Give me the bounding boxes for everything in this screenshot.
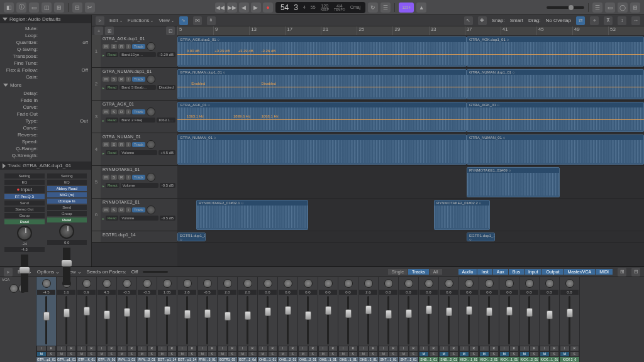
browser-button[interactable]: ⊞ bbox=[630, 3, 640, 13]
pan-knob[interactable] bbox=[384, 279, 393, 288]
input-button[interactable]: I bbox=[519, 346, 530, 351]
inspector-row[interactable]: Loop: bbox=[3, 32, 88, 39]
gain-value[interactable]: 2.0 bbox=[238, 290, 257, 295]
input-button[interactable]: I bbox=[459, 346, 469, 351]
play-button[interactable]: ▶ bbox=[251, 3, 261, 13]
channel-name[interactable]: EGT…p1_14 bbox=[177, 357, 197, 362]
gain-value[interactable]: 0.0 bbox=[500, 290, 518, 295]
solo-button[interactable]: S bbox=[87, 351, 97, 357]
view-menu[interactable]: View ⌄ bbox=[158, 18, 174, 23]
track-lane[interactable]: GTRA_AGK.dup1_01 ○GTRA_AGK.dup1_01 ○0.00… bbox=[177, 35, 644, 68]
pan-knob[interactable] bbox=[425, 279, 433, 288]
link-button[interactable]: ⇄ bbox=[576, 16, 585, 25]
cycle-button[interactable]: ↻ bbox=[368, 3, 378, 13]
flex-button[interactable]: ⋈ bbox=[193, 16, 202, 25]
track-i-button[interactable]: I bbox=[126, 109, 131, 114]
rec-button[interactable]: R bbox=[308, 346, 318, 351]
zoom-tool[interactable]: ⌖ bbox=[590, 16, 599, 25]
input-button[interactable]: I bbox=[379, 346, 389, 351]
mixer-channel[interactable]: 0.0 IR MS SNB…2_01 bbox=[439, 277, 459, 362]
input-button[interactable]: I bbox=[419, 346, 429, 351]
input-button[interactable]: I bbox=[177, 346, 187, 351]
automation-line[interactable] bbox=[177, 87, 644, 87]
channel-fader[interactable] bbox=[77, 295, 96, 346]
channel-fader[interactable] bbox=[338, 295, 358, 346]
gain-value[interactable]: 0.0 bbox=[379, 290, 397, 295]
track-header[interactable]: 5 RYNMOTAKE1_01 MSRI Track ▸ React Volum… bbox=[92, 166, 177, 199]
channel-name[interactable]: KICK 2_0 bbox=[560, 357, 579, 362]
track-inspector-header[interactable]: Track: GTRA_AGK.dup1_01 bbox=[0, 162, 91, 170]
mixer-channel[interactable]: 4.5 IR MS GTR…N_01 bbox=[97, 277, 117, 362]
track-header[interactable]: 2 GTRA_NUMAN.dup1_01 MSRI Track ▸ Read B… bbox=[92, 68, 177, 101]
channel-fader[interactable] bbox=[540, 295, 559, 346]
toolbar-button[interactable]: ▭ bbox=[29, 3, 39, 13]
solo-button[interactable]: S bbox=[288, 351, 298, 357]
mixer-channel[interactable]: -0.5 IR MS RYN…3_01 bbox=[197, 277, 218, 362]
mixer-channel[interactable]: 0.0 IR MS KICK…1_01 bbox=[540, 277, 560, 362]
pan-knob[interactable] bbox=[525, 279, 534, 288]
mixer-filter-inst[interactable]: Inst bbox=[477, 269, 492, 275]
automation-line[interactable] bbox=[177, 119, 644, 120]
automation-value[interactable]: 1063.1… bbox=[157, 118, 175, 123]
channel-fader[interactable] bbox=[318, 295, 338, 346]
global-tracks-button[interactable]: ⊡ bbox=[166, 26, 175, 35]
input-button[interactable]: I bbox=[298, 346, 308, 351]
channel-name[interactable]: OHS…1_01 bbox=[258, 357, 277, 362]
track-m-button[interactable]: M bbox=[103, 207, 109, 212]
input-button[interactable]: I bbox=[399, 346, 409, 351]
master-volume-slider[interactable] bbox=[547, 6, 584, 9]
more-disclosure[interactable]: More bbox=[3, 82, 88, 88]
track-mode[interactable]: Track bbox=[132, 109, 145, 114]
inspector-row[interactable]: Flex & Follow:Off bbox=[3, 67, 88, 74]
input-button[interactable]: I bbox=[318, 346, 328, 351]
inspector-button[interactable]: ⓘ bbox=[16, 3, 26, 13]
gain-value[interactable]: -0.5 bbox=[198, 290, 216, 295]
track-mode[interactable]: Track bbox=[132, 44, 145, 49]
rec-button[interactable]: R bbox=[369, 346, 379, 351]
mixer-channel[interactable]: -0.5 IR MS RYN…1_01 bbox=[117, 277, 137, 362]
track-lane[interactable]: EGTR1.dup1_14 ○EGTR1.dup1_14 ○ bbox=[177, 231, 644, 243]
functions-menu[interactable]: Functions ⌄ bbox=[128, 18, 154, 23]
channel-name[interactable]: OHS…2_01 bbox=[278, 357, 297, 362]
gain-value[interactable]: -0.5 bbox=[138, 290, 156, 295]
pan-knob[interactable] bbox=[42, 279, 51, 288]
automation-mode[interactable]: Read bbox=[106, 118, 118, 123]
pan-knob[interactable] bbox=[505, 279, 514, 288]
solo-button[interactable]: S bbox=[127, 351, 137, 357]
inspector-row[interactable]: Fade In bbox=[3, 97, 88, 104]
pan-knob[interactable] bbox=[223, 279, 232, 288]
track-header[interactable]: EGTR1.dup1_14 bbox=[92, 231, 177, 243]
library-button[interactable]: ◧ bbox=[4, 3, 14, 13]
gain-value[interactable]: 0.0 bbox=[339, 290, 357, 295]
sends-slider[interactable] bbox=[143, 271, 168, 273]
automation-param[interactable]: Volume bbox=[121, 183, 158, 188]
solo-button[interactable]: S bbox=[187, 351, 197, 357]
rec-button[interactable]: R bbox=[47, 346, 57, 351]
gain-value[interactable]: 0.0 bbox=[258, 290, 277, 295]
solo-button[interactable]: S bbox=[47, 351, 57, 357]
gain-value[interactable]: 0.0 bbox=[460, 290, 478, 295]
solo-button[interactable]: S bbox=[167, 351, 177, 357]
solo-button[interactable]: S bbox=[248, 351, 258, 357]
channel-fader[interactable] bbox=[177, 295, 197, 346]
pan-knob[interactable] bbox=[203, 279, 212, 288]
input-button[interactable]: I bbox=[439, 346, 449, 351]
gain-value[interactable]: 0.0 bbox=[480, 290, 498, 295]
solo-button[interactable]: S bbox=[550, 351, 560, 357]
channel-fader[interactable] bbox=[479, 295, 499, 346]
inspector-row[interactable]: Reverse: bbox=[3, 131, 88, 138]
mixer-filter-master/vca[interactable]: Master/VCA bbox=[564, 269, 595, 275]
smart-controls-button[interactable]: ◫ bbox=[42, 3, 52, 13]
volume-knob[interactable] bbox=[147, 140, 155, 149]
gain-value[interactable]: 0.0 bbox=[419, 290, 438, 295]
pan-knob[interactable] bbox=[103, 279, 111, 288]
mute-button[interactable]: M bbox=[117, 351, 127, 357]
track-header[interactable]: 1 GTRA_AGK.dup1_01 MSRI Track ▸ Read Ban… bbox=[92, 35, 177, 68]
output-slot[interactable]: Stereo Out bbox=[4, 207, 45, 212]
gain-value[interactable]: -0.5 bbox=[118, 290, 136, 295]
inspector-row[interactable]: Fade Out bbox=[3, 111, 88, 118]
marquee-tool[interactable]: ✚ bbox=[478, 16, 487, 25]
rec-button[interactable]: R bbox=[409, 346, 419, 351]
mixer-channel[interactable]: -0.5 IR MS RYN…2_01 bbox=[137, 277, 157, 362]
volume-knob[interactable] bbox=[147, 206, 155, 214]
